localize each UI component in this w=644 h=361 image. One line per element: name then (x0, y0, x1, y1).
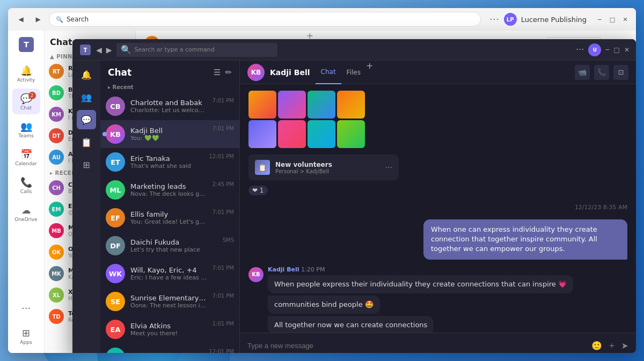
call-button[interactable]: 📞 (594, 65, 609, 80)
minimize-button[interactable]: ─ (595, 15, 604, 24)
inner-close-button[interactable]: ✕ (624, 46, 630, 54)
send-icon[interactable]: ➤ (621, 341, 628, 351)
sidebar-item-apps[interactable]: ⊞ Apps (12, 323, 40, 349)
contact-time: 7:01 PM (213, 126, 234, 131)
inner-chat-header: Chat ☰ ✏ (100, 61, 239, 82)
inner-main-name: Kadji Bell (270, 68, 310, 77)
inner-main-topbar-right: 📹 📞 ⊡ (575, 65, 628, 80)
image-section: 📋 New volunteers Personal > KadjiBell ··… (248, 91, 627, 195)
expand-button[interactable]: ⊡ (613, 65, 628, 80)
contact-preview: Oona: The next lesson is on Mercury and … (130, 302, 207, 309)
inner-tab-files[interactable]: Files (341, 61, 366, 84)
unread-dot (103, 132, 107, 136)
inner-maximize-button[interactable]: □ (614, 46, 620, 54)
image-thumb (308, 91, 335, 119)
emoji-picker-icon[interactable]: 🙂 (591, 341, 602, 351)
reaction-badge[interactable]: ❤️ 1 (248, 186, 268, 195)
inner-list-item[interactable]: EF Ellis family You: Great idea! Let's g… (100, 204, 239, 232)
inner-tab-add[interactable]: + (366, 61, 373, 84)
image-grid (248, 91, 627, 148)
sidebar-item-teams[interactable]: 👥 Teams (12, 116, 40, 142)
back-button[interactable]: ◀ (14, 13, 27, 26)
inner-list-item[interactable]: KA Karin Blair 12:01 PM (100, 343, 239, 353)
inner-sidebar-chat[interactable]: 💬 (77, 110, 96, 129)
sidebar-item-chat[interactable]: 2 💬 Chat (12, 89, 40, 114)
message-input[interactable] (247, 342, 586, 350)
inner-list-item-active[interactable]: KB Kadji Bell You: 💚💚 7:01 PM (100, 120, 239, 148)
incoming-message: All together now we can create connectio… (268, 316, 434, 333)
incoming-message: When people express their individuality … (268, 275, 573, 293)
inner-list-item[interactable]: ET Eric Tanaka That's what she said 12:0… (100, 148, 239, 176)
inner-sidebar-people[interactable]: 👥 (77, 87, 96, 107)
activity-icon: 🔔 (20, 65, 32, 76)
inner-list-item[interactable]: SE Sunrise Elementary Volunteers Oona: T… (100, 288, 239, 315)
inner-forward-button[interactable]: ▶ (106, 46, 112, 54)
browser-window: ◀ ▶ 🔍 Search ··· LP Lucerne Publishing ─… (8, 8, 636, 353)
inner-back-button[interactable]: ◀ (96, 46, 102, 54)
inner-menu-dots[interactable]: ··· (576, 45, 584, 55)
contact-preview: You: 💚💚 (130, 135, 207, 142)
date-divider: 12/12/23 8:35 AM (248, 202, 627, 213)
maximize-button[interactable]: □ (608, 15, 617, 24)
inner-list-item[interactable]: DF Daichi Fukuda Let's try that new plac… (100, 232, 239, 260)
notif-more-icon[interactable]: ··· (385, 163, 392, 172)
image-thumb (308, 120, 335, 148)
contact-preview: Eric: I have a few ideas to share (130, 274, 207, 281)
image-thumb (248, 120, 276, 148)
inner-search-text: Search or type a command (135, 46, 215, 53)
inner-search-bar[interactable]: 🔍 Search or type a command (116, 43, 277, 57)
messages-area: 📋 New volunteers Personal > KadjiBell ··… (240, 84, 636, 333)
close-button[interactable]: ✕ (621, 15, 630, 24)
contact-time: 7:01 PM (213, 98, 234, 104)
contact-preview: That's what she said (130, 163, 203, 170)
inner-sidebar-activity[interactable]: 🔔 (77, 65, 96, 84)
video-button[interactable]: 📹 (575, 65, 590, 80)
sidebar-item-more[interactable]: ··· (12, 295, 40, 321)
teams-label: Teams (18, 133, 33, 138)
more-icon: ··· (21, 303, 31, 314)
inner-sidebar-teams[interactable]: 📋 (77, 132, 96, 152)
inner-chat-title: Chat (108, 67, 131, 78)
browser-topbar: ◀ ▶ 🔍 Search ··· LP Lucerne Publishing ─… (8, 8, 636, 31)
notif-title: New volunteers (275, 161, 380, 168)
avatar: TD (49, 309, 64, 324)
inner-chat-list: Chat ☰ ✏ ▸ Recent CB Charlotte and Babak… (100, 61, 240, 353)
avatar: CB (106, 97, 125, 116)
inner-compose-icon[interactable]: ✏ (225, 68, 232, 77)
contact-name: Sunrise Elementary Volunteers (130, 294, 207, 302)
forward-button[interactable]: ▶ (32, 13, 45, 26)
browser-menu-dots[interactable]: ··· (489, 14, 499, 25)
inner-list-item[interactable]: EA Elvia Atkins Meet you there! 1:01 PM (100, 315, 239, 343)
image-thumb (278, 91, 306, 119)
inner-chat-main: KB Kadji Bell Chat Files + 📹 📞 ⊡ (240, 61, 636, 353)
inner-list-item[interactable]: ML Marketing leads Nova: The deck looks … (100, 176, 239, 204)
sidebar-item-onedrive[interactable]: ☁ OneDrive (12, 200, 40, 226)
attach-icon[interactable]: ＋ (608, 340, 616, 351)
inner-topbar-right: ··· U ─ □ ✕ (576, 43, 630, 56)
inner-tab-chat[interactable]: Chat (316, 61, 341, 84)
sidebar-item-calendar[interactable]: 📅 Calendar (12, 144, 40, 170)
address-bar[interactable]: 🔍 Search (49, 12, 481, 27)
image-thumb (337, 91, 365, 119)
inner-list-item[interactable]: CB Charlotte and Babak Charlotte: Let us… (100, 92, 239, 120)
address-text: Search (67, 16, 89, 23)
activity-label: Activity (17, 77, 35, 83)
contact-name: Elvia Atkins (130, 322, 207, 330)
avatar: KA (106, 348, 125, 353)
contact-time: 7:01 PM (213, 265, 234, 271)
contact-time: 12:01 PM (209, 349, 234, 353)
image-thumb (278, 120, 306, 148)
chat-label: Chat (20, 105, 32, 110)
inner-list-item[interactable]: WK Will, Kayo, Eric, +4 Eric: I have a f… (100, 260, 239, 288)
image-thumb (337, 120, 365, 148)
sidebar-item-calls[interactable]: 📞 Calls (12, 172, 40, 198)
inner-minimize-button[interactable]: ─ (605, 46, 609, 54)
inner-sidebar-apps[interactable]: ⊞ (77, 155, 96, 174)
inner-filter-icon[interactable]: ☰ (214, 68, 221, 77)
contact-name: Kadji Bell (130, 127, 207, 135)
search-icon: 🔍 (56, 16, 63, 23)
sidebar-item-activity[interactable]: 🔔 Activity (12, 61, 40, 86)
teams-sidebar: T 🔔 Activity 2 💬 Chat 👥 Teams 📅 Calendar (8, 31, 45, 353)
contact-name: Charlotte and Babak (130, 99, 207, 107)
inner-teams-logo: T (79, 43, 92, 56)
